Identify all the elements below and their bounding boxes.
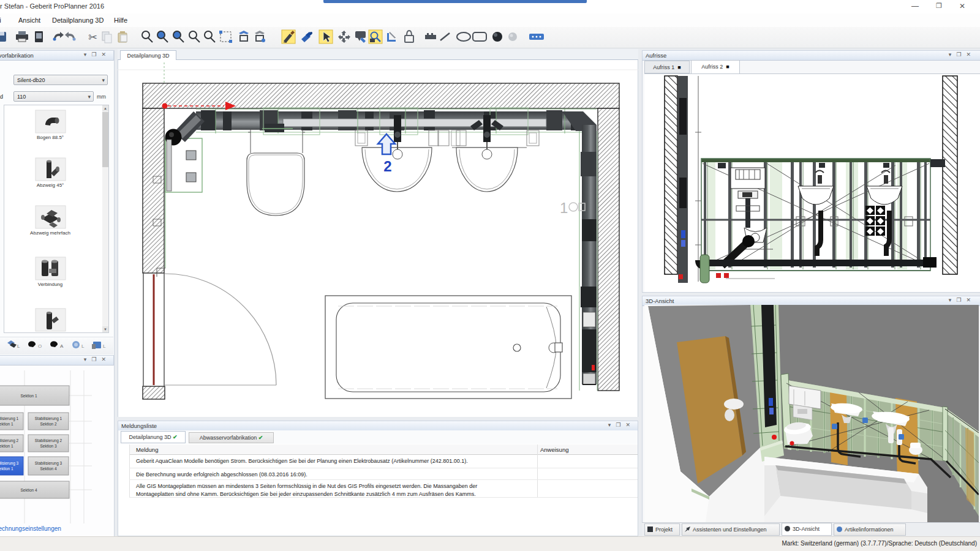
svg-text:O: O	[38, 343, 42, 349]
svg-text:Stabilisierung 2: Stabilisierung 2	[35, 438, 62, 443]
svg-text:Stabilisierung 3: Stabilisierung 3	[35, 461, 62, 466]
svg-text:Stabilisierung 1: Stabilisierung 1	[0, 416, 19, 421]
svg-text:Stabilisierung 3: Stabilisierung 3	[0, 461, 19, 466]
svg-text:Sektion 3: Sektion 3	[40, 444, 56, 448]
svg-text:Verbindung: Verbindung	[38, 282, 62, 287]
svg-text:L: L	[81, 343, 85, 349]
svg-text:Sektion 4: Sektion 4	[20, 488, 37, 492]
svg-text:Sektion 2: Sektion 2	[40, 422, 56, 426]
svg-text:Sektion 1: Sektion 1	[0, 444, 13, 448]
svg-text:Stabilisierung 2: Stabilisierung 2	[0, 438, 19, 443]
svg-text:Stabilisierung 1: Stabilisierung 1	[35, 416, 62, 421]
svg-text:1: 1	[560, 200, 568, 216]
svg-text:Sektion 4: Sektion 4	[40, 467, 56, 471]
svg-text:Abzweig 45°: Abzweig 45°	[37, 182, 64, 188]
svg-text:Abzweig mehrfach: Abzweig mehrfach	[30, 230, 70, 236]
svg-text:✂: ✂	[88, 31, 97, 43]
svg-text:2: 2	[383, 158, 391, 174]
svg-text:L: L	[17, 343, 20, 349]
svg-text:Sektion 1: Sektion 1	[0, 422, 13, 426]
svg-text:Sektion 1: Sektion 1	[0, 467, 13, 471]
svg-text:A: A	[60, 343, 64, 349]
svg-text:Bogen 88.5°: Bogen 88.5°	[37, 135, 64, 140]
svg-text:L: L	[103, 343, 106, 349]
svg-text:Sektion 1: Sektion 1	[20, 394, 37, 398]
